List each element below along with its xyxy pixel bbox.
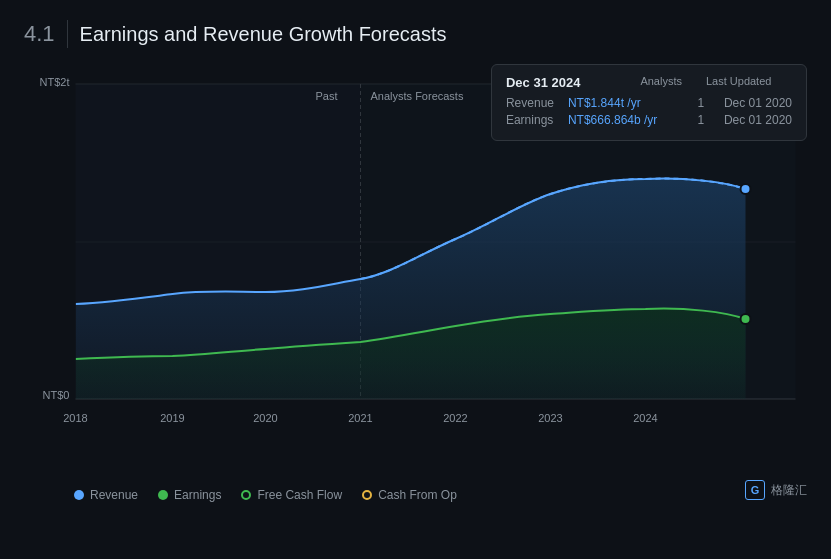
earnings-updated: Dec 01 2020 [724,113,792,127]
legend-revenue-dot [74,490,84,500]
svg-point-12 [741,314,751,324]
svg-text:2022: 2022 [443,412,467,424]
svg-text:NT$2t: NT$2t [40,76,70,88]
legend-fcf: Free Cash Flow [241,488,342,502]
watermark: G 格隆汇 [745,480,807,500]
legend-revenue-label: Revenue [90,488,138,502]
revenue-label: Revenue [506,96,560,110]
legend-earnings-dot [158,490,168,500]
svg-text:2021: 2021 [348,412,372,424]
earnings-analysts: 1 [686,113,716,127]
legend-cash-op-dot [362,490,372,500]
svg-point-11 [741,184,751,194]
svg-text:2023: 2023 [538,412,562,424]
forecast-row-revenue: Revenue NT$1.844t /yr 1 Dec 01 2020 [506,96,792,110]
revenue-value: NT$1.844t /yr [568,96,678,110]
section-title: Earnings and Revenue Growth Forecasts [80,23,447,46]
svg-text:Analysts Forecasts: Analysts Forecasts [371,90,464,102]
legend-earnings: Earnings [158,488,221,502]
section-number: 4.1 [24,21,55,47]
header-divider [67,20,68,48]
col-updated-header: Last Updated [706,75,771,90]
chart-legend: Revenue Earnings Free Cash Flow Cash Fro… [74,488,457,502]
legend-revenue: Revenue [74,488,138,502]
revenue-updated: Dec 01 2020 [724,96,792,110]
forecast-row-earnings: Earnings NT$666.864b /yr 1 Dec 01 2020 [506,113,792,127]
watermark-icon: G [745,480,765,500]
legend-fcf-dot [241,490,251,500]
forecast-date: Dec 31 2024 [506,75,580,90]
chart-area: Dec 31 2024 Analysts Last Updated Revenu… [24,64,807,504]
col-analysts-header: Analysts [640,75,682,90]
svg-text:2024: 2024 [633,412,657,424]
earnings-value: NT$666.864b /yr [568,113,678,127]
section-header: 4.1 Earnings and Revenue Growth Forecast… [24,20,807,48]
watermark-icon-text: G [751,484,760,496]
page-container: 4.1 Earnings and Revenue Growth Forecast… [0,0,831,559]
watermark-text: 格隆汇 [771,482,807,499]
svg-text:NT$0: NT$0 [43,389,70,401]
forecast-table: Dec 31 2024 Analysts Last Updated Revenu… [491,64,807,141]
svg-text:2019: 2019 [160,412,184,424]
legend-fcf-label: Free Cash Flow [257,488,342,502]
earnings-label: Earnings [506,113,560,127]
legend-cash-op: Cash From Op [362,488,457,502]
revenue-analysts: 1 [686,96,716,110]
legend-cash-op-label: Cash From Op [378,488,457,502]
svg-text:2018: 2018 [63,412,87,424]
svg-text:2020: 2020 [253,412,277,424]
svg-text:Past: Past [316,90,338,102]
legend-earnings-label: Earnings [174,488,221,502]
